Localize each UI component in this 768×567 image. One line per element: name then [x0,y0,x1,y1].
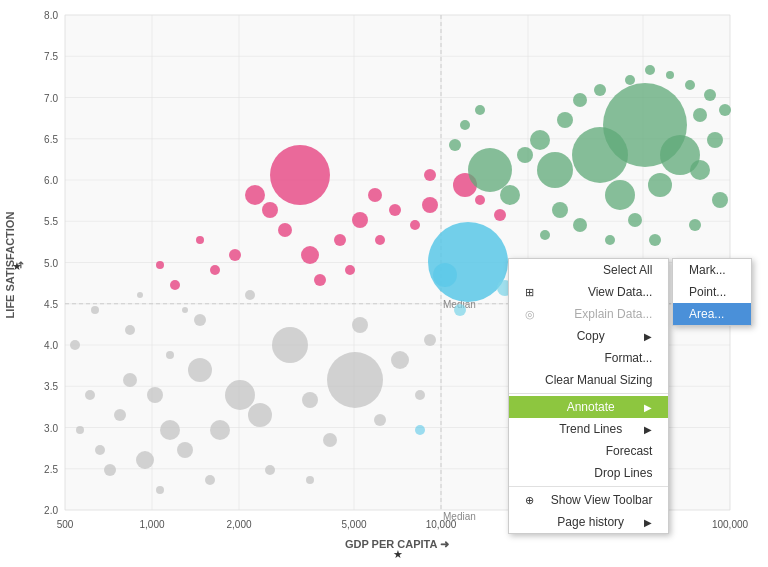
bulb-icon: ◎ [525,308,541,321]
submenu-item-area[interactable]: Area... [673,303,751,325]
svg-point-72 [91,306,99,314]
svg-point-99 [345,265,355,275]
svg-point-89 [301,246,319,264]
svg-point-84 [137,292,143,298]
menu-item-clear-manual-sizing[interactable]: Clear Manual Sizing [509,369,668,391]
svg-point-109 [433,263,457,287]
svg-point-106 [170,280,180,290]
svg-point-144 [649,234,661,246]
menu-item-show-view-toolbar[interactable]: ⊕ Show View Toolbar [509,489,668,511]
svg-text:★: ★ [393,548,403,560]
svg-point-73 [125,325,135,335]
svg-point-85 [270,145,330,205]
svg-point-140 [449,139,461,151]
svg-point-120 [605,180,635,210]
svg-point-126 [557,112,573,128]
svg-point-58 [95,445,105,455]
svg-text:5,000: 5,000 [341,519,366,530]
svg-point-61 [104,464,116,476]
svg-text:3.0: 3.0 [44,423,58,434]
menu-item-view-data[interactable]: ⊞ View Data... [509,281,668,303]
history-arrow: ▶ [644,517,652,528]
menu-item-copy[interactable]: Copy ▶ [509,325,668,347]
menu-item-format[interactable]: Format... [509,347,668,369]
svg-text:6.5: 6.5 [44,134,58,145]
svg-point-113 [454,304,466,316]
svg-point-57 [114,409,126,421]
menu-item-drop-lines[interactable]: Drop Lines [509,462,668,484]
svg-point-146 [573,218,587,232]
svg-point-123 [707,132,723,148]
svg-point-127 [573,93,587,107]
svg-point-69 [391,351,409,369]
svg-text:2.0: 2.0 [44,505,58,516]
svg-point-115 [415,425,425,435]
svg-point-101 [475,195,485,205]
svg-text:2.5: 2.5 [44,464,58,475]
menu-item-annotate[interactable]: Annotate ▶ [509,396,668,418]
svg-point-141 [460,120,470,130]
svg-point-86 [245,185,265,205]
svg-point-92 [368,188,382,202]
svg-point-136 [689,219,701,231]
svg-point-139 [517,147,533,163]
svg-text:5.5: 5.5 [44,216,58,227]
svg-point-129 [625,75,635,85]
svg-point-142 [475,105,485,115]
svg-point-64 [210,420,230,440]
svg-text:4.0: 4.0 [44,340,58,351]
svg-point-117 [572,127,628,183]
svg-point-79 [306,476,314,484]
svg-point-147 [552,202,568,218]
svg-point-87 [262,202,278,218]
svg-point-76 [352,317,368,333]
svg-point-133 [704,89,716,101]
svg-point-103 [229,249,241,261]
svg-point-77 [424,334,436,346]
chart-container: Median Median 2.0 2.5 3.0 3.5 4.0 4.5 5.… [0,0,768,567]
menu-item-trend-lines[interactable]: Trend Lines ▶ [509,418,668,440]
svg-point-62 [136,451,154,469]
svg-point-131 [666,71,674,79]
submenu-item-mark[interactable]: Mark... [673,259,751,281]
grid-icon: ⊞ [525,286,541,299]
menu-item-forecast[interactable]: Forecast [509,440,668,462]
svg-point-135 [712,192,728,208]
svg-point-66 [302,392,318,408]
annotate-arrow: ▶ [644,402,652,413]
svg-point-138 [500,185,520,205]
svg-point-51 [272,327,308,363]
svg-point-104 [210,265,220,275]
svg-point-128 [594,84,606,96]
svg-point-80 [205,475,215,485]
menu-item-select-all[interactable]: Select All [509,259,668,281]
submenu: Mark... Point... Area... [672,258,752,326]
svg-point-94 [410,220,420,230]
svg-point-71 [70,340,80,350]
svg-point-134 [693,108,707,122]
svg-text:100,000: 100,000 [712,519,749,530]
svg-point-67 [323,433,337,447]
svg-point-54 [160,420,180,440]
context-menu: Select All ⊞ View Data... ◎ Explain Data… [508,258,669,534]
menu-item-explain-data: ◎ Explain Data... [509,303,668,325]
svg-point-130 [645,65,655,75]
svg-point-96 [424,169,436,181]
svg-text:7.5: 7.5 [44,51,58,62]
menu-item-page-history[interactable]: Page history ▶ [509,511,668,533]
svg-point-93 [389,204,401,216]
svg-point-132 [685,80,695,90]
svg-point-148 [540,230,550,240]
svg-point-121 [648,173,672,197]
svg-point-53 [188,358,212,382]
svg-point-59 [85,390,95,400]
submenu-item-point[interactable]: Point... [673,281,751,303]
svg-point-88 [278,223,292,237]
svg-point-95 [422,197,438,213]
svg-point-50 [327,352,383,408]
svg-point-108 [428,222,508,302]
svg-point-107 [156,261,164,269]
svg-point-63 [177,442,193,458]
svg-point-56 [123,373,137,387]
menu-separator-1 [509,393,668,394]
